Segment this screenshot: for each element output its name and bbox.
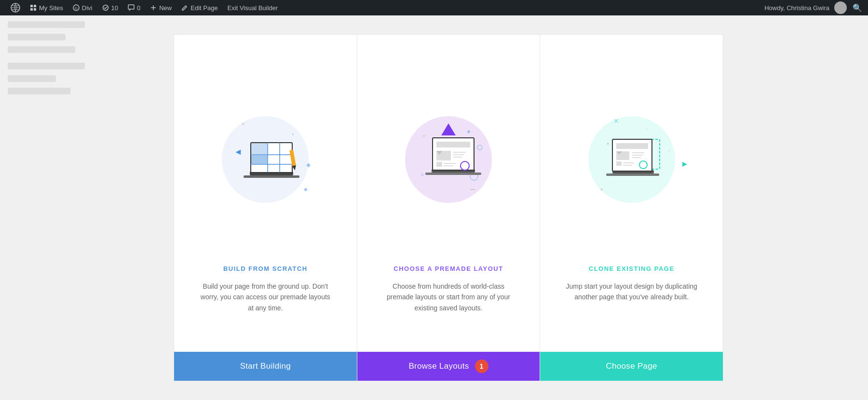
svg-rect-41	[436, 142, 470, 147]
divi-label: Divi	[82, 4, 93, 12]
svg-rect-46	[436, 162, 442, 167]
svg-rect-27	[251, 155, 267, 164]
svg-rect-4	[34, 8, 36, 11]
svg-text:—: —	[470, 187, 475, 192]
new-menu[interactable]: New	[145, 0, 176, 15]
svg-point-12	[837, 10, 844, 14]
exit-builder-label: Exit Visual Builder	[228, 4, 278, 12]
start-building-button[interactable]: Start Building	[174, 352, 357, 381]
clone-existing-illustration: ● ○ ○ ● ✕	[540, 35, 723, 265]
choose-premade-text: CHOOSE A PREMADE LAYOUT Choose from hund…	[362, 265, 535, 352]
updates-count: 10	[111, 4, 118, 12]
card-title-clone: CLONE EXISTING PAGE	[589, 265, 675, 272]
svg-text:●: ●	[607, 141, 609, 146]
svg-rect-67	[616, 161, 622, 166]
svg-text:◆: ◆	[306, 161, 311, 168]
svg-point-11	[838, 4, 843, 9]
user-greeting: Howdy, Christina Gwira	[764, 4, 829, 12]
svg-rect-2	[34, 5, 36, 7]
comments-menu[interactable]: 0	[123, 0, 145, 15]
divi-menu[interactable]: D Divi	[68, 0, 97, 15]
svg-text:◆: ◆	[467, 129, 471, 134]
svg-text:●: ●	[292, 132, 294, 136]
sidebar	[0, 15, 106, 400]
svg-rect-62	[616, 143, 648, 149]
svg-text:✕: ✕	[613, 117, 619, 125]
card-desc-build: Build your page from the ground up. Don'…	[198, 281, 333, 313]
svg-rect-26	[251, 143, 267, 154]
choose-page-button[interactable]: Choose Page	[540, 352, 723, 381]
svg-text:◆: ◆	[304, 187, 308, 192]
exit-builder-link[interactable]: Exit Visual Builder	[223, 0, 283, 15]
svg-text:○: ○	[668, 149, 670, 153]
svg-rect-1	[30, 5, 33, 7]
svg-rect-20	[244, 175, 299, 178]
search-icon[interactable]: 🔍	[853, 3, 862, 13]
card-desc-premade: Choose from hundreds of world-class prem…	[381, 281, 516, 313]
card-title-premade: CHOOSE A PREMADE LAYOUT	[393, 265, 503, 272]
cards-container: ◄ ◆ ✕ ● ◆	[174, 34, 723, 381]
build-from-scratch-card: ◄ ◆ ✕ ● ◆	[174, 34, 357, 381]
admin-bar-right: Howdy, Christina Gwira 🔍	[764, 1, 862, 14]
svg-text:✕: ✕	[241, 121, 245, 127]
admin-bar: My Sites D Divi 10 0 New Edit Page Exit …	[0, 0, 868, 15]
my-sites-label: My Sites	[39, 4, 63, 12]
svg-text:D: D	[75, 6, 78, 11]
svg-text:●: ●	[600, 187, 603, 192]
svg-rect-60	[606, 173, 659, 176]
svg-marker-56	[682, 162, 687, 167]
svg-text:✕: ✕	[420, 173, 424, 177]
wordpress-icon[interactable]	[6, 0, 25, 15]
edit-page-label: Edit Page	[190, 4, 217, 12]
svg-text:◄: ◄	[234, 147, 243, 157]
card-desc-clone: Jump start your layout design by duplica…	[564, 281, 699, 303]
browse-layouts-button[interactable]: Browse Layouts 1	[357, 352, 540, 381]
clone-existing-text: CLONE EXISTING PAGE Jump start your layo…	[545, 265, 719, 352]
build-from-scratch-text: BUILD FROM SCRATCH Build your page from …	[178, 265, 352, 352]
browse-layouts-badge: 1	[475, 360, 488, 373]
svg-rect-39	[425, 173, 481, 175]
comments-count: 0	[137, 4, 140, 12]
svg-rect-8	[128, 5, 134, 9]
updates-menu[interactable]: 10	[97, 0, 123, 15]
svg-rect-3	[30, 8, 33, 11]
build-from-scratch-illustration: ◄ ◆ ✕ ● ◆	[174, 35, 357, 265]
choose-premade-layout-card: ✕ ✕ — ◆	[357, 34, 540, 381]
main-content: ◄ ◆ ✕ ● ◆	[0, 15, 868, 400]
svg-text:✕: ✕	[422, 133, 426, 139]
my-sites-menu[interactable]: My Sites	[25, 0, 68, 15]
choose-premade-illustration: ✕ ✕ — ◆	[357, 35, 540, 265]
clone-existing-page-card: ● ○ ○ ● ✕	[540, 34, 723, 381]
edit-page-link[interactable]: Edit Page	[176, 0, 222, 15]
new-label: New	[159, 4, 172, 12]
svg-text:○: ○	[646, 126, 649, 131]
avatar[interactable]	[834, 1, 847, 14]
card-title-build: BUILD FROM SCRATCH	[223, 265, 308, 272]
